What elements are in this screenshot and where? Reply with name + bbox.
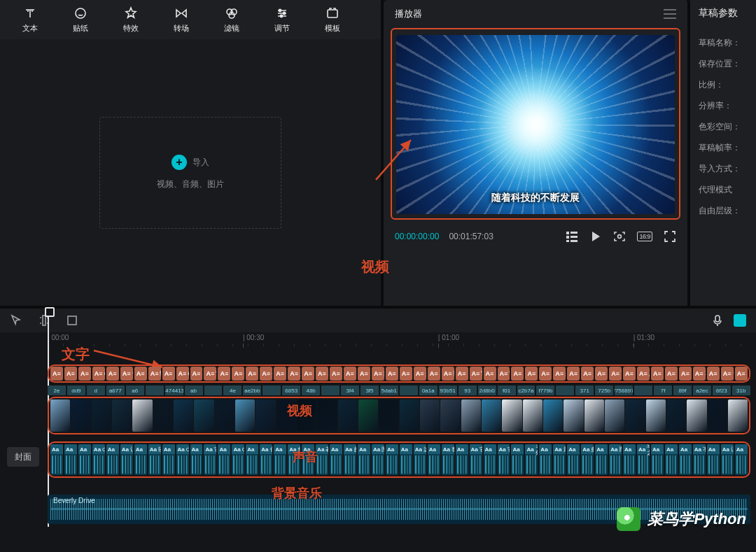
audio-clip[interactable]: Aa bbox=[623, 444, 636, 475]
pointer-icon[interactable] bbox=[10, 314, 22, 327]
audio-clip[interactable]: Aa它 bbox=[498, 444, 510, 475]
audio-clip[interactable]: Aa bbox=[400, 444, 412, 475]
record-toggle[interactable] bbox=[734, 314, 746, 327]
cover-button[interactable]: 封面 bbox=[7, 447, 39, 467]
audio-clip[interactable]: Aa而 bbox=[609, 444, 622, 475]
video-clip-thumb[interactable] bbox=[687, 399, 706, 432]
audio-clip[interactable]: Aa bbox=[595, 444, 608, 475]
text-clip[interactable]: A≡它 bbox=[470, 367, 482, 381]
video-clip-thumb[interactable] bbox=[543, 399, 563, 432]
text-clip[interactable]: A≡而 bbox=[609, 367, 622, 381]
video-clip-thumb[interactable] bbox=[50, 399, 70, 432]
text-clip[interactable]: A≡ bbox=[679, 367, 692, 381]
tool-tab-sticker[interactable]: 贴纸 bbox=[64, 6, 97, 34]
text-clip[interactable]: A≡事 bbox=[442, 367, 454, 381]
frame-capture-icon[interactable] bbox=[613, 230, 626, 243]
text-clip[interactable]: A≡ bbox=[735, 367, 748, 381]
video-clip-thumb[interactable] bbox=[646, 399, 666, 432]
audio-clip[interactable]: AaG bbox=[232, 444, 244, 475]
text-clip[interactable]: A≡ bbox=[134, 367, 147, 381]
audio-clip[interactable]: Aa bbox=[64, 444, 77, 475]
audio-clip[interactable]: Aa著 bbox=[316, 444, 328, 475]
audio-clip[interactable]: Aa bbox=[106, 444, 119, 475]
audio-clip[interactable]: Aa bbox=[567, 444, 580, 475]
audio-clip[interactable]: Aa它 bbox=[470, 444, 482, 475]
text-clip[interactable]: A≡ bbox=[595, 367, 608, 381]
video-clip-thumb[interactable] bbox=[255, 399, 275, 432]
text-clip[interactable]: A≡ bbox=[358, 367, 370, 381]
text-clip[interactable]: A≡多 bbox=[581, 367, 594, 381]
text-clip[interactable]: A≡ bbox=[386, 367, 398, 381]
text-track[interactable]: A≡A≡A≡A≡CA≡A≡让A≡A≡轻A≡A≡ChaA≡A≡它A≡A≡GA≡A≡… bbox=[48, 365, 750, 383]
text-clip[interactable]: A≡ bbox=[78, 367, 91, 381]
video-clip-thumb[interactable] bbox=[666, 399, 686, 432]
text-clip[interactable]: A≡G bbox=[232, 367, 244, 381]
video-clip-thumb[interactable] bbox=[235, 399, 255, 432]
audio-clip[interactable]: Aa bbox=[162, 444, 175, 475]
audio-clip[interactable]: AaCha bbox=[176, 444, 189, 475]
video-clip-thumb[interactable] bbox=[297, 399, 316, 432]
text-clip[interactable]: A≡最 bbox=[553, 367, 566, 381]
text-clip[interactable]: A≡ bbox=[274, 367, 286, 381]
video-preview[interactable]: 随着科技的不断发展 bbox=[396, 35, 675, 214]
video-clip-thumb[interactable] bbox=[420, 399, 440, 432]
text-clip[interactable]: A≡ bbox=[330, 367, 342, 381]
microphone-icon[interactable] bbox=[711, 314, 724, 327]
tool-tab-text[interactable]: 文本 bbox=[14, 6, 46, 34]
audio-clip[interactable]: Aa事 bbox=[442, 444, 454, 475]
text-clip[interactable]: A≡起 bbox=[288, 367, 300, 381]
audio-clip[interactable]: Aa bbox=[386, 444, 398, 475]
audio-clip[interactable]: Aa bbox=[302, 444, 314, 475]
audio-clip[interactable]: Aa bbox=[679, 444, 692, 475]
text-clip[interactable]: A≡这 bbox=[414, 367, 426, 381]
video-clip-thumb[interactable] bbox=[461, 399, 481, 432]
text-clip[interactable]: A≡C bbox=[92, 367, 105, 381]
audio-clip[interactable]: Aa bbox=[665, 444, 678, 475]
text-clip[interactable]: A≡ bbox=[162, 367, 175, 381]
video-clip-thumb[interactable] bbox=[379, 399, 398, 432]
audio-clip[interactable]: Aa bbox=[539, 444, 552, 475]
audio-clip[interactable]: Aa bbox=[707, 444, 720, 475]
video-clip-thumb[interactable] bbox=[708, 399, 727, 432]
text-clip[interactable]: A≡ bbox=[456, 367, 468, 381]
audio-clip[interactable]: Aa让 bbox=[120, 444, 133, 475]
audio-clip[interactable]: Aa另外 bbox=[525, 444, 538, 475]
text-clip[interactable]: A≡让 bbox=[120, 367, 133, 381]
text-clip[interactable]: A≡它 bbox=[204, 367, 216, 381]
audio-clip[interactable]: Aa bbox=[484, 444, 496, 475]
text-clip[interactable]: A≡ bbox=[190, 367, 203, 381]
text-clip[interactable]: A≡Cha bbox=[176, 367, 189, 381]
tool-tab-effect[interactable]: 特效 bbox=[115, 6, 147, 34]
video-clip-thumb[interactable] bbox=[605, 399, 624, 432]
audio-clip[interactable]: Aa最 bbox=[553, 444, 566, 475]
import-dropzone[interactable]: + 导入 视频、音频、图片 bbox=[99, 117, 281, 229]
audio-clip[interactable]: Aa首 bbox=[344, 444, 356, 475]
text-clip[interactable]: A≡ bbox=[665, 367, 678, 381]
text-clip[interactable]: A≡它 bbox=[498, 367, 510, 381]
text-clip[interactable]: A≡ bbox=[106, 367, 119, 381]
audio-clip[interactable]: Aa它 bbox=[204, 444, 216, 475]
audio-clip[interactable]: Aa这 bbox=[414, 444, 426, 475]
audio-clip[interactable]: Aa bbox=[651, 444, 664, 475]
text-clip[interactable]: A≡ bbox=[246, 367, 258, 381]
video-clip-thumb[interactable] bbox=[174, 399, 193, 432]
audio-clip[interactable]: Aa bbox=[358, 444, 370, 475]
text-clip[interactable]: A≡ bbox=[623, 367, 636, 381]
audio-clip[interactable]: Aa起 bbox=[288, 444, 300, 475]
text-clip[interactable]: A≡ bbox=[651, 367, 664, 381]
audio-clip[interactable]: Aa bbox=[735, 444, 748, 475]
audio-clip[interactable]: AaC bbox=[92, 444, 105, 475]
audio-clip[interactable]: Aa多 bbox=[581, 444, 594, 475]
text-clip[interactable]: A≡ bbox=[539, 367, 552, 381]
audio-clip[interactable]: Aa bbox=[218, 444, 230, 475]
audio-clip[interactable]: Aa不 bbox=[693, 444, 706, 475]
audio-clip[interactable]: Aa bbox=[78, 444, 91, 475]
text-clip[interactable]: A≡ bbox=[707, 367, 720, 381]
tool-tab-filter[interactable]: 滤镜 bbox=[216, 6, 248, 34]
audio-clip[interactable]: Aa bbox=[134, 444, 147, 475]
text-clip[interactable]: A≡ bbox=[484, 367, 496, 381]
audio-clip[interactable]: Aa国 bbox=[372, 444, 384, 475]
text-clip[interactable]: A≡ bbox=[302, 367, 314, 381]
tool-tab-template[interactable]: 模板 bbox=[316, 6, 349, 34]
text-clip[interactable]: A≡让 bbox=[721, 367, 734, 381]
